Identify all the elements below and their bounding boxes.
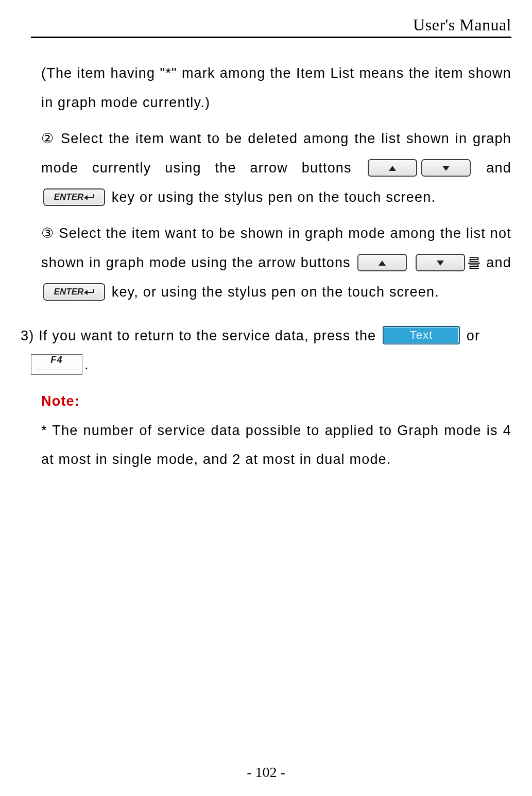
header-title: User's Manual: [413, 15, 511, 34]
step-3-text-b: 를 and: [467, 255, 511, 270]
item-3-text-c: .: [84, 357, 89, 372]
item-3-text-b: or: [467, 328, 480, 343]
arrow-up-key-icon: [368, 159, 417, 177]
page-footer: - 102 -: [0, 764, 532, 781]
spacer: [31, 307, 511, 314]
step-3-number: ③: [41, 226, 54, 241]
f4-key-icon: F4: [31, 354, 82, 375]
note-block: Note: * The number of service data possi…: [41, 387, 511, 474]
arrow-up-key-icon: [357, 254, 407, 271]
step-3: ③ Select the item want to be shown in gr…: [41, 219, 511, 306]
item-3: 3) If you want to return to the service …: [21, 321, 511, 379]
enter-key-icon: ENTER: [43, 283, 105, 301]
arrow-down-key-icon: [421, 159, 471, 177]
text-button-icon: Text: [383, 326, 460, 344]
page-content: (The item having "*" mark among the Item…: [31, 59, 511, 474]
page-number: - 102 -: [247, 764, 285, 780]
step-2-number: ②: [41, 131, 55, 146]
page-header: User's Manual: [31, 15, 511, 38]
step-3-text-c: key, or using the stylus pen on the touc…: [112, 284, 439, 300]
paragraph-note-asterisk: (The item having "*" mark among the Item…: [41, 59, 511, 117]
spacer: [31, 117, 511, 124]
spacer: [31, 314, 511, 321]
spacer: [31, 379, 511, 387]
arrow-down-key-icon: [416, 254, 465, 271]
item-3-text-a: If you want to return to the service dat…: [39, 328, 376, 343]
note-text: * The number of service data possible to…: [41, 416, 511, 474]
spacer: [31, 212, 511, 219]
item-3-number: 3): [21, 328, 34, 343]
note-label: Note:: [41, 387, 511, 416]
manual-page: User's Manual (The item having "*" mark …: [0, 0, 532, 796]
step-2: ② Select the item want to be deleted amo…: [41, 124, 511, 212]
enter-key-icon: ENTER: [43, 188, 105, 206]
step-2-text-c: key or using the stylus pen on the touch…: [112, 189, 436, 205]
step-2-text-b: and: [486, 160, 511, 176]
